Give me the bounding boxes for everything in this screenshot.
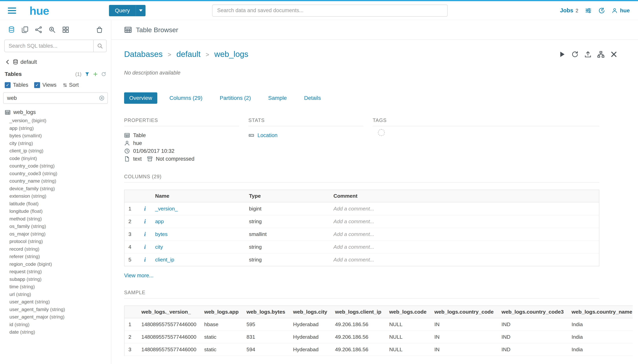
upload-icon[interactable] (584, 50, 592, 58)
sidebar-column-item[interactable]: country_code3 (string) (0, 170, 111, 178)
sidebar-column-item[interactable]: city (string) (0, 140, 111, 147)
breadcrumb-databases[interactable]: Databases (124, 50, 163, 59)
history-icon[interactable] (598, 7, 605, 14)
sample-cell: IND (498, 344, 568, 356)
lineage-icon[interactable] (597, 50, 605, 58)
sidebar-column-item[interactable]: _version_ (bigint) (0, 117, 111, 124)
user-menu[interactable]: hue (612, 8, 630, 14)
columns-heading: COLUMNS (29) (124, 174, 599, 182)
sidebar-column-item[interactable]: date (string) (0, 328, 111, 336)
sample-header-cell: web_logs.country_code3 (498, 306, 568, 318)
sidebar-column-item[interactable]: country_code (string) (0, 162, 111, 170)
sidebar-column-item[interactable]: os_family (string) (0, 222, 111, 230)
column-name-link[interactable]: city (155, 244, 163, 250)
sidebar-column-item[interactable]: region_code (bigint) (0, 260, 111, 268)
search-button[interactable] (93, 40, 106, 52)
hamburger-menu-button[interactable] (8, 6, 16, 15)
query-button-group: Query (109, 5, 145, 16)
add-icon[interactable] (93, 72, 98, 77)
close-icon[interactable] (610, 50, 617, 58)
table-description[interactable]: No description available (124, 70, 638, 76)
hue-logo[interactable]: hue (30, 4, 49, 17)
query-dropdown-button[interactable] (136, 5, 145, 16)
column-name-link[interactable]: client_ip (155, 257, 174, 262)
documents-icon[interactable] (22, 26, 29, 33)
sidebar-column-item[interactable]: subapp (string) (0, 276, 111, 283)
sidebar-column-item[interactable]: country_name (string) (0, 177, 111, 185)
column-comment[interactable]: Add a comment... (329, 241, 599, 254)
job-browser-icon[interactable] (96, 26, 103, 33)
sidebar-column-item[interactable]: user_agent_family (string) (0, 306, 111, 314)
database-back-row[interactable]: default (5, 59, 106, 65)
info-icon[interactable]: i (143, 218, 147, 224)
info-icon[interactable]: i (143, 244, 147, 250)
sidebar-column-item[interactable]: device_family (string) (0, 185, 111, 192)
info-icon[interactable]: i (143, 231, 147, 237)
row-number: 3 (124, 228, 139, 241)
clear-filter-icon[interactable] (99, 95, 105, 101)
tab-details[interactable]: Details (299, 92, 326, 104)
breadcrumb-table[interactable]: web_logs (214, 50, 248, 59)
sidebar-column-item[interactable]: request (string) (0, 268, 111, 276)
tab-partitions-2[interactable]: Partitions (2) (215, 92, 256, 104)
query-button[interactable]: Query (109, 5, 136, 16)
column-name-link[interactable]: app (155, 218, 164, 224)
column-row: 3ibytessmallintAdd a comment... (124, 228, 599, 241)
play-icon[interactable] (558, 50, 566, 58)
breadcrumb: Databases > default > web_logs (124, 50, 248, 59)
info-icon[interactable]: i (143, 256, 147, 263)
sidebar-column-item[interactable]: protocol (string) (0, 238, 111, 245)
jobs-link[interactable]: Jobs 2 (560, 7, 578, 14)
tab-columns-29[interactable]: Columns (29) (164, 92, 207, 104)
zoom-assist-icon[interactable] (49, 26, 56, 33)
apps-grid-icon[interactable] (62, 26, 69, 33)
sidebar-column-item[interactable]: url (string) (0, 291, 111, 298)
sidebar-column-item[interactable]: latitude (float) (0, 200, 111, 208)
column-comment[interactable]: Add a comment... (329, 202, 599, 215)
refresh-icon[interactable] (571, 50, 579, 58)
sample-table: web_logs._version_web_logs.appweb_logs.b… (124, 306, 633, 356)
sidebar-column-item[interactable]: extension (string) (0, 192, 111, 200)
sidebar-column-item[interactable]: user_agent_major (string) (0, 313, 111, 321)
column-name-link[interactable]: bytes (155, 231, 167, 237)
sidebar-column-item[interactable]: record (string) (0, 245, 111, 253)
filter-row: ✓ Tables ✓ Views Sort (5, 82, 106, 88)
tab-overview[interactable]: Overview (124, 92, 157, 104)
drive-icon (248, 132, 254, 138)
filter-icon[interactable] (85, 72, 90, 77)
breadcrumb-database[interactable]: default (176, 50, 200, 59)
sliders-icon[interactable] (585, 7, 592, 14)
sidebar-column-item[interactable]: id (string) (0, 321, 111, 328)
sql-table-search-input[interactable] (5, 43, 93, 49)
sidebar-column-item[interactable]: client_ip (string) (0, 147, 111, 155)
sort-toggle[interactable]: Sort (62, 82, 79, 88)
sql-assist-icon[interactable] (8, 26, 15, 33)
column-comment[interactable]: Add a comment... (329, 254, 599, 266)
sidebar-column-item[interactable]: time (string) (0, 283, 111, 291)
column-comment[interactable]: Add a comment... (329, 228, 599, 241)
sidebar-column-item[interactable]: referer (string) (0, 253, 111, 260)
header-type: Type (245, 190, 329, 202)
table-filter-input[interactable] (4, 95, 99, 101)
sidebar-column-item[interactable]: longitude (float) (0, 208, 111, 215)
column-name-link[interactable]: _version_ (155, 206, 178, 212)
sidebar-column-item[interactable]: user_agent (string) (0, 298, 111, 306)
tables-checkbox[interactable]: ✓ Tables (5, 82, 28, 88)
column-comment[interactable]: Add a comment... (329, 215, 599, 228)
cluster-icon[interactable] (35, 26, 42, 33)
refresh-icon[interactable] (101, 72, 106, 77)
sidebar-column-item[interactable]: os_major (string) (0, 230, 111, 238)
user-icon (124, 140, 130, 146)
sidebar-column-item[interactable]: method (string) (0, 215, 111, 223)
view-more-link[interactable]: View more... (124, 272, 154, 279)
views-checkbox[interactable]: ✓ Views (34, 82, 57, 88)
tab-sample[interactable]: Sample (263, 92, 292, 104)
table-item[interactable]: web_logs (0, 108, 111, 117)
location-link[interactable]: Location (258, 132, 278, 139)
sidebar-column-item[interactable]: bytes (smallint) (0, 132, 111, 140)
info-icon[interactable]: i (143, 205, 147, 212)
sidebar-column-item[interactable]: code (tinyint) (0, 155, 111, 162)
table-item-label: web_logs (13, 109, 36, 115)
global-search-input[interactable] (212, 4, 448, 17)
sidebar-column-item[interactable]: app (string) (0, 124, 111, 132)
